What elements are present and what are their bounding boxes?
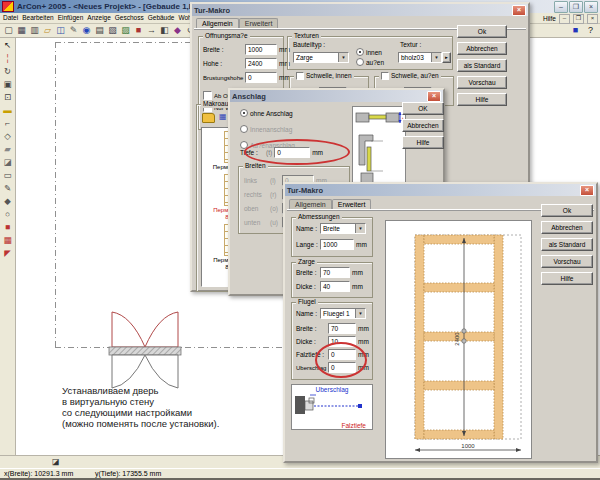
texture-tool-icon[interactable]: ▦ xyxy=(2,235,14,246)
pen-tool-icon[interactable]: ✎ xyxy=(2,183,14,194)
chevron-down-icon[interactable]: ▼ xyxy=(338,53,348,62)
rotate-tool-icon[interactable]: ↻ xyxy=(2,66,14,77)
wall-tool-icon[interactable]: ¦ xyxy=(2,53,14,64)
close-icon[interactable]: × xyxy=(580,185,594,196)
radio-aussen[interactable] xyxy=(356,58,364,66)
new-document-icon[interactable]: ▢ xyxy=(3,25,14,36)
circle-tool-icon[interactable]: ○ xyxy=(2,209,14,220)
close-icon[interactable]: × xyxy=(512,5,526,16)
catalog-icon[interactable]: ■ xyxy=(133,25,144,36)
ok-button[interactable]: Ok xyxy=(457,25,507,38)
context-help-icon[interactable]: ? xyxy=(585,25,596,36)
ruler-tool-icon[interactable]: ▬ xyxy=(2,105,14,116)
edit-icon[interactable]: ✎ xyxy=(68,25,79,36)
als-standard-button[interactable]: als Standard xyxy=(541,238,593,251)
arcon-icon[interactable]: ■ xyxy=(570,25,581,36)
radio-icon[interactable] xyxy=(240,109,248,117)
fluegel-dicke-field[interactable]: 10 xyxy=(328,336,356,347)
zarge-breite-label: Breite : xyxy=(296,269,318,276)
breite-field[interactable]: 1000 xyxy=(245,44,277,55)
ueberschlag-field[interactable]: 0 xyxy=(328,362,356,373)
element-tool-icon[interactable]: ◆ xyxy=(2,196,14,207)
radio-innenanschlag[interactable]: Innenanschlag xyxy=(240,125,295,133)
schwelle-innen-checkbox[interactable] xyxy=(296,72,304,80)
print-preview-icon[interactable]: ▧ xyxy=(107,25,118,36)
menu-datei[interactable]: Datei xyxy=(3,13,18,23)
macro-icon[interactable]: ◆ xyxy=(172,25,183,36)
minimize-button[interactable]: – xyxy=(554,1,568,13)
fluegel-name-dropdown[interactable]: Fluegel 1 ▼ xyxy=(320,308,366,319)
hilfe-button[interactable]: Hilfe xyxy=(402,136,444,149)
zarge-dicke-field[interactable]: 40 xyxy=(320,281,350,292)
schwelle-aussen-checkbox[interactable] xyxy=(381,72,389,80)
polygon-tool-icon[interactable]: ◇ xyxy=(2,131,14,142)
window-icon[interactable]: ◧ xyxy=(159,25,170,36)
dialog-title-bar[interactable]: Tur-Makro × xyxy=(192,4,528,16)
radio-ohne-anschlag[interactable]: ohne Anschlag xyxy=(240,109,295,117)
zoom-tool-icon[interactable]: ⊡ xyxy=(2,92,14,103)
group-label: Flugel xyxy=(296,298,318,306)
menu-anzeige[interactable]: Anzeige xyxy=(87,13,111,23)
abbrechen-button[interactable]: Abbrechen xyxy=(457,42,507,55)
radio-innen[interactable] xyxy=(356,48,364,56)
window-tool-icon[interactable]: ▣ xyxy=(2,79,14,90)
copy-icon[interactable]: ▥ xyxy=(29,25,40,36)
grid-view-icon[interactable]: ▦ xyxy=(219,112,227,121)
rect-tool-icon[interactable]: ▭ xyxy=(2,170,14,181)
hoehe-field[interactable]: 2400 xyxy=(245,58,277,69)
export-icon[interactable]: → xyxy=(146,25,157,36)
slab-tool-icon[interactable]: ▰ xyxy=(2,144,14,155)
outline-tool-icon[interactable]: ⌐ xyxy=(2,118,14,129)
abmessung-name-dropdown[interactable]: Breite ▼ xyxy=(320,223,366,234)
checkbox-oberkante[interactable] xyxy=(203,91,212,100)
chevron-down-icon[interactable]: ▼ xyxy=(355,224,365,233)
abbrechen-button[interactable]: Abbrechen xyxy=(541,221,593,234)
textur-more-button[interactable]: ► xyxy=(442,52,451,63)
eraser-tool-icon[interactable]: ◪ xyxy=(2,157,14,168)
open-folder-icon[interactable]: ▱ xyxy=(42,25,53,36)
select-tool-icon[interactable]: ↖ xyxy=(2,40,14,51)
open-folder-icon[interactable] xyxy=(202,113,215,123)
menu-gebaeude[interactable]: Gebäude xyxy=(148,13,175,23)
dialog-title-bar[interactable]: Tur-Makro × xyxy=(285,184,596,196)
image-icon[interactable]: ▨ xyxy=(120,25,131,36)
dialog-title-bar[interactable]: Anschlag × xyxy=(230,90,443,102)
menu-geschoss[interactable]: Geschoss xyxy=(115,13,144,23)
door-symbol[interactable] xyxy=(100,305,190,390)
bruestung-field[interactable]: 0 xyxy=(245,72,277,83)
restore-button[interactable]: ❐ xyxy=(569,1,583,13)
vorschau-button[interactable]: Vorschau xyxy=(541,255,593,268)
print-icon[interactable]: ▤ xyxy=(94,25,105,36)
hilfe-button[interactable]: Hilfe xyxy=(541,272,593,285)
ok-button[interactable]: OK xyxy=(402,102,444,115)
mode-icon[interactable]: ◪ xyxy=(52,457,60,466)
close-icon[interactable]: × xyxy=(427,91,441,102)
save-icon[interactable]: ◫ xyxy=(55,25,66,36)
falztiefe-field[interactable]: 0 xyxy=(328,349,356,360)
close-button[interactable]: × xyxy=(584,1,598,13)
chevron-down-icon[interactable]: ▼ xyxy=(355,309,365,318)
child-restore-button[interactable]: ❐ xyxy=(573,14,584,24)
child-close-button[interactable]: × xyxy=(587,14,598,24)
menu-hilfe[interactable]: Hilfe xyxy=(543,14,556,24)
hilfe-button[interactable]: Hilfe xyxy=(457,93,507,106)
lange-field[interactable]: 1000 xyxy=(320,239,354,250)
fluegel-breite-field[interactable]: 70 xyxy=(328,323,356,334)
ok-button[interactable]: Ok xyxy=(541,204,593,217)
abbrechen-button[interactable]: Abbrechen xyxy=(402,119,444,132)
web-icon[interactable]: ◉ xyxy=(81,25,92,36)
bauteiltyp-dropdown[interactable]: Zarge ▼ xyxy=(293,52,349,63)
vorschau-button[interactable]: Vorschau xyxy=(457,76,507,89)
child-minimize-button[interactable]: – xyxy=(559,14,570,24)
roof-tool-icon[interactable]: ◤ xyxy=(2,248,14,259)
tiefe-field[interactable]: 0 xyxy=(274,147,310,158)
menu-einfuegen[interactable]: Einfügen xyxy=(58,13,84,23)
menu-bearbeiten[interactable]: Bearbeiten xyxy=(22,13,53,23)
radio-icon[interactable] xyxy=(240,125,248,133)
textur-dropdown[interactable]: bholz03 ▼ xyxy=(398,52,442,63)
table-view-icon[interactable]: ▦ xyxy=(16,25,27,36)
chevron-down-icon[interactable]: ▼ xyxy=(431,53,441,62)
stamp-tool-icon[interactable]: ■ xyxy=(2,222,14,233)
als-standard-button[interactable]: als Standard xyxy=(457,59,507,72)
zarge-breite-field[interactable]: 70 xyxy=(320,267,350,278)
